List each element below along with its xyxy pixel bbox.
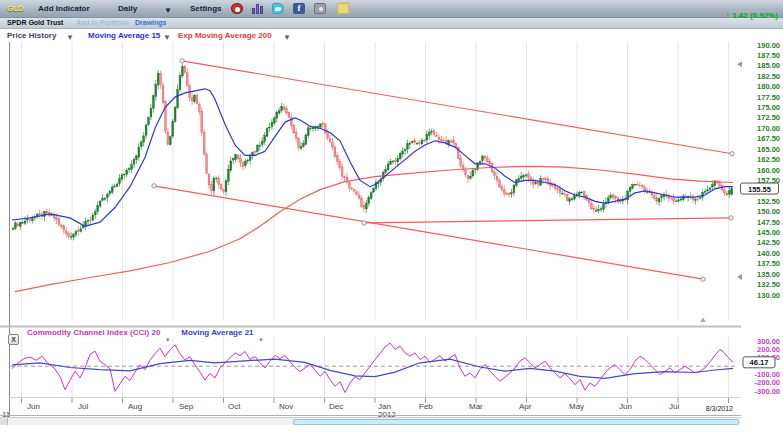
settings-button[interactable]: Settings: [190, 4, 222, 13]
svg-text:Sep: Sep: [179, 402, 194, 411]
svg-text:Nov: Nov: [279, 402, 293, 411]
svg-text:175.00: 175.00: [757, 103, 780, 112]
clock-icon[interactable]: [231, 3, 243, 14]
svg-text:132.50: 132.50: [757, 280, 780, 289]
chevron-down-icon[interactable]: ▼: [164, 6, 172, 15]
svg-text:147.50: 147.50: [757, 218, 780, 227]
legend-exp-moving-average-200[interactable]: Exp Moving Average 200: [178, 31, 272, 40]
scrollbar-thumb[interactable]: [293, 419, 739, 425]
charting-app-window: 190.00187.50185.00182.50180.00177.50175.…: [0, 0, 783, 432]
svg-text:150.00: 150.00: [757, 207, 780, 216]
panel-borders: [0, 42, 741, 416]
svg-text:Mar: Mar: [469, 402, 483, 411]
price-change-badge: ↑ 1.42 (0.92%): [725, 10, 778, 20]
cci-panel: 300.00200.00100.00-100.00-200.00-300.004…: [10, 337, 780, 396]
svg-text:160.00: 160.00: [757, 166, 780, 175]
svg-text:167.50: 167.50: [757, 134, 780, 143]
symbol-subheader: SPDR Gold Trust Add to Portfolio Drawing…: [0, 18, 783, 29]
svg-text:140.00: 140.00: [757, 249, 780, 258]
svg-text:165.00: 165.00: [757, 145, 780, 154]
svg-text:177.50: 177.50: [757, 93, 780, 102]
panel-resize-arrow-icon: [700, 318, 706, 323]
svg-text:Jun: Jun: [27, 402, 40, 411]
svg-text:Jul: Jul: [78, 402, 88, 411]
facebook-icon[interactable]: f: [293, 3, 305, 14]
svg-text:Oct: Oct: [228, 402, 241, 411]
svg-text:142.50: 142.50: [757, 238, 780, 247]
period-dropdown[interactable]: Daily: [118, 4, 137, 13]
scrollbar-corner: [0, 418, 8, 425]
price-axis: 190.00187.50185.00182.50180.00177.50175.…: [737, 41, 780, 300]
camera-icon[interactable]: [314, 3, 326, 14]
svg-text:137.50: 137.50: [757, 259, 780, 268]
svg-text:155.55: 155.55: [748, 185, 771, 194]
svg-text:Jun: Jun: [619, 402, 632, 411]
add-to-portfolio-link[interactable]: Add to Portfolio: [76, 19, 129, 26]
symbol-label: GLD: [7, 4, 24, 13]
svg-text:182.50: 182.50: [757, 72, 780, 81]
fund-name-label: SPDR Gold Trust: [7, 19, 63, 26]
cci-panel-header: XCommodity Channel Index (CCI) 20 ▼ Movi…: [8, 328, 264, 340]
ma15-line: [12, 89, 733, 227]
svg-text:170.00: 170.00: [757, 124, 780, 133]
legend-price-history[interactable]: Price History: [7, 31, 56, 40]
chevron-down-icon[interactable]: ▼: [163, 33, 171, 42]
svg-text:Aug: Aug: [128, 402, 142, 411]
horizontal-scrollbar[interactable]: [0, 417, 741, 425]
up-arrow-icon: ↑: [725, 10, 730, 20]
svg-text:187.50: 187.50: [757, 51, 780, 60]
svg-text:185.00: 185.00: [757, 61, 780, 70]
chevron-down-icon[interactable]: ▼: [258, 337, 264, 343]
main-toolbar: GLD Add Indicator Daily ▼ Settings f: [0, 0, 783, 18]
price-change-value: 1.42 (0.92%): [732, 11, 778, 20]
chevron-down-icon[interactable]: ▼: [66, 33, 74, 42]
legend-moving-average-21[interactable]: Moving Average 21: [181, 328, 253, 337]
svg-text:Jul: Jul: [669, 402, 679, 411]
svg-text:Feb: Feb: [419, 402, 433, 411]
chevron-down-icon[interactable]: ▼: [165, 337, 171, 343]
add-indicator-button[interactable]: Add Indicator: [38, 4, 90, 13]
svg-text:130.00: 130.00: [757, 291, 780, 300]
svg-text:8/3/2012: 8/3/2012: [706, 405, 733, 412]
close-cci-panel-button[interactable]: X: [8, 334, 19, 345]
svg-text:46.17: 46.17: [750, 358, 769, 367]
svg-text:-300.00: -300.00: [755, 387, 780, 396]
svg-text:Dec: Dec: [329, 402, 343, 411]
chart-canvas[interactable]: 190.00187.50185.00182.50180.00177.50175.…: [0, 0, 783, 432]
svg-text:May: May: [569, 402, 584, 411]
svg-text:180.00: 180.00: [757, 82, 780, 91]
svg-text:Apr: Apr: [519, 402, 532, 411]
bar-chart-icon[interactable]: [252, 3, 264, 14]
legend-cci[interactable]: Commodity Channel Index (CCI) 20: [27, 328, 160, 337]
svg-text:152.50: 152.50: [757, 197, 780, 206]
svg-text:135.00: 135.00: [757, 270, 780, 279]
candlestick-series: [12, 63, 733, 240]
drawings-link[interactable]: Drawings: [135, 19, 167, 26]
svg-text:172.50: 172.50: [757, 113, 780, 122]
chevron-down-icon[interactable]: ▼: [283, 33, 291, 42]
svg-text:162.50: 162.50: [757, 155, 780, 164]
plot-legend-row: Price History ▼ Moving Average 15 ▼ Exp …: [0, 29, 783, 42]
twitter-icon[interactable]: [272, 3, 284, 14]
sticky-note-icon[interactable]: [337, 3, 350, 15]
svg-text:145.00: 145.00: [757, 228, 780, 237]
legend-moving-average-15[interactable]: Moving Average 15: [88, 31, 160, 40]
